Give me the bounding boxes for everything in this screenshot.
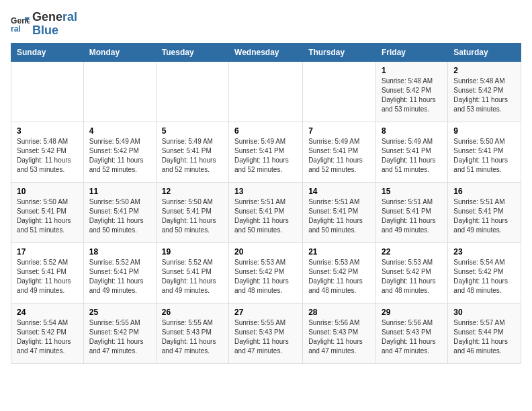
day-info: Sunrise: 5:56 AM Sunset: 5:43 PM Dayligh… <box>308 318 370 356</box>
day-info: Sunrise: 5:48 AM Sunset: 5:42 PM Dayligh… <box>453 77 515 114</box>
calendar-cell: 16Sunrise: 5:51 AM Sunset: 5:41 PM Dayli… <box>448 182 521 242</box>
calendar-cell: 27Sunrise: 5:55 AM Sunset: 5:43 PM Dayli… <box>229 303 303 363</box>
day-number: 23 <box>453 247 515 257</box>
day-number: 10 <box>17 187 78 196</box>
calendar-cell <box>83 61 156 122</box>
day-info: Sunrise: 5:49 AM Sunset: 5:41 PM Dayligh… <box>234 137 297 175</box>
day-number: 18 <box>89 247 150 257</box>
day-info: Sunrise: 5:50 AM Sunset: 5:41 PM Dayligh… <box>453 137 515 175</box>
day-number: 21 <box>308 247 370 257</box>
day-info: Sunrise: 5:49 AM Sunset: 5:41 PM Dayligh… <box>162 137 223 175</box>
day-info: Sunrise: 5:51 AM Sunset: 5:41 PM Dayligh… <box>382 197 442 235</box>
header-wednesday: Wednesday <box>229 43 303 61</box>
day-number: 1 <box>382 66 442 75</box>
calendar-cell: 24Sunrise: 5:54 AM Sunset: 5:42 PM Dayli… <box>11 303 84 363</box>
day-info: Sunrise: 5:53 AM Sunset: 5:42 PM Dayligh… <box>382 258 442 295</box>
day-number: 20 <box>234 247 297 257</box>
svg-text:ral: ral <box>11 24 21 34</box>
day-number: 9 <box>453 126 515 136</box>
header-thursday: Thursday <box>303 43 376 61</box>
day-number: 7 <box>308 126 370 136</box>
day-info: Sunrise: 5:53 AM Sunset: 5:42 PM Dayligh… <box>308 258 370 295</box>
weekday-header-row: SundayMondayTuesdayWednesdayThursdayFrid… <box>11 43 521 61</box>
day-info: Sunrise: 5:55 AM Sunset: 5:43 PM Dayligh… <box>162 318 223 356</box>
day-info: Sunrise: 5:54 AM Sunset: 5:42 PM Dayligh… <box>453 258 515 295</box>
calendar-cell: 14Sunrise: 5:51 AM Sunset: 5:41 PM Dayli… <box>303 182 376 242</box>
calendar-cell: 17Sunrise: 5:52 AM Sunset: 5:41 PM Dayli… <box>11 242 84 303</box>
day-info: Sunrise: 5:51 AM Sunset: 5:41 PM Dayligh… <box>234 197 297 235</box>
week-row-5: 24Sunrise: 5:54 AM Sunset: 5:42 PM Dayli… <box>11 303 521 363</box>
header-tuesday: Tuesday <box>156 43 228 61</box>
day-number: 2 <box>453 66 515 75</box>
calendar-cell: 23Sunrise: 5:54 AM Sunset: 5:42 PM Dayli… <box>448 242 521 303</box>
calendar-cell: 12Sunrise: 5:50 AM Sunset: 5:41 PM Dayli… <box>156 182 228 242</box>
calendar-cell: 29Sunrise: 5:56 AM Sunset: 5:43 PM Dayli… <box>375 303 447 363</box>
day-number: 4 <box>89 126 150 136</box>
day-info: Sunrise: 5:49 AM Sunset: 5:41 PM Dayligh… <box>308 137 370 175</box>
calendar-cell: 2Sunrise: 5:48 AM Sunset: 5:42 PM Daylig… <box>448 61 521 122</box>
calendar-cell: 7Sunrise: 5:49 AM Sunset: 5:41 PM Daylig… <box>303 122 376 182</box>
calendar-cell: 6Sunrise: 5:49 AM Sunset: 5:41 PM Daylig… <box>229 122 303 182</box>
week-row-2: 3Sunrise: 5:48 AM Sunset: 5:42 PM Daylig… <box>11 122 521 182</box>
day-number: 24 <box>17 308 78 317</box>
calendar-cell: 10Sunrise: 5:50 AM Sunset: 5:41 PM Dayli… <box>11 182 84 242</box>
week-row-1: 1Sunrise: 5:48 AM Sunset: 5:42 PM Daylig… <box>11 61 521 122</box>
day-number: 3 <box>17 126 78 136</box>
day-info: Sunrise: 5:53 AM Sunset: 5:42 PM Dayligh… <box>234 258 297 295</box>
day-number: 5 <box>162 126 223 136</box>
day-number: 13 <box>234 187 297 196</box>
calendar-cell <box>229 61 303 122</box>
calendar-cell: 21Sunrise: 5:53 AM Sunset: 5:42 PM Dayli… <box>303 242 376 303</box>
day-info: Sunrise: 5:55 AM Sunset: 5:43 PM Dayligh… <box>234 318 297 356</box>
logo-icon: Gene ral <box>11 15 30 34</box>
calendar-cell <box>156 61 228 122</box>
calendar-cell <box>303 61 376 122</box>
day-number: 15 <box>382 187 442 196</box>
day-info: Sunrise: 5:52 AM Sunset: 5:41 PM Dayligh… <box>89 258 150 295</box>
day-number: 28 <box>308 308 370 317</box>
calendar-cell: 13Sunrise: 5:51 AM Sunset: 5:41 PM Dayli… <box>229 182 303 242</box>
day-info: Sunrise: 5:50 AM Sunset: 5:41 PM Dayligh… <box>89 197 150 235</box>
day-number: 17 <box>17 247 78 257</box>
day-number: 11 <box>89 187 150 196</box>
day-number: 27 <box>234 308 297 317</box>
calendar-cell: 11Sunrise: 5:50 AM Sunset: 5:41 PM Dayli… <box>83 182 156 242</box>
calendar-cell: 18Sunrise: 5:52 AM Sunset: 5:41 PM Dayli… <box>83 242 156 303</box>
calendar-table: SundayMondayTuesdayWednesdayThursdayFrid… <box>11 43 521 364</box>
calendar-cell: 1Sunrise: 5:48 AM Sunset: 5:42 PM Daylig… <box>375 61 447 122</box>
logo-text: GeneralBlue <box>32 11 77 38</box>
week-row-3: 10Sunrise: 5:50 AM Sunset: 5:41 PM Dayli… <box>11 182 521 242</box>
day-number: 30 <box>453 308 515 317</box>
day-info: Sunrise: 5:49 AM Sunset: 5:42 PM Dayligh… <box>89 137 150 175</box>
calendar-cell: 4Sunrise: 5:49 AM Sunset: 5:42 PM Daylig… <box>83 122 156 182</box>
calendar-cell: 30Sunrise: 5:57 AM Sunset: 5:44 PM Dayli… <box>448 303 521 363</box>
calendar-cell: 8Sunrise: 5:49 AM Sunset: 5:41 PM Daylig… <box>375 122 447 182</box>
day-info: Sunrise: 5:57 AM Sunset: 5:44 PM Dayligh… <box>453 318 515 356</box>
day-info: Sunrise: 5:51 AM Sunset: 5:41 PM Dayligh… <box>453 197 515 235</box>
logo: Gene ral GeneralBlue <box>11 11 77 38</box>
day-number: 14 <box>308 187 370 196</box>
day-number: 19 <box>162 247 223 257</box>
day-info: Sunrise: 5:54 AM Sunset: 5:42 PM Dayligh… <box>17 318 78 356</box>
day-number: 16 <box>453 187 515 196</box>
calendar-cell: 19Sunrise: 5:52 AM Sunset: 5:41 PM Dayli… <box>156 242 228 303</box>
day-number: 22 <box>382 247 442 257</box>
calendar-cell: 20Sunrise: 5:53 AM Sunset: 5:42 PM Dayli… <box>229 242 303 303</box>
calendar-cell: 3Sunrise: 5:48 AM Sunset: 5:42 PM Daylig… <box>11 122 84 182</box>
calendar-cell: 22Sunrise: 5:53 AM Sunset: 5:42 PM Dayli… <box>375 242 447 303</box>
day-info: Sunrise: 5:48 AM Sunset: 5:42 PM Dayligh… <box>17 137 78 175</box>
calendar-cell: 25Sunrise: 5:55 AM Sunset: 5:42 PM Dayli… <box>83 303 156 363</box>
day-number: 29 <box>382 308 442 317</box>
day-info: Sunrise: 5:48 AM Sunset: 5:42 PM Dayligh… <box>382 77 442 114</box>
calendar-cell <box>11 61 84 122</box>
day-number: 26 <box>162 308 223 317</box>
day-info: Sunrise: 5:50 AM Sunset: 5:41 PM Dayligh… <box>17 197 78 235</box>
calendar-cell: 26Sunrise: 5:55 AM Sunset: 5:43 PM Dayli… <box>156 303 228 363</box>
page-header: Gene ral GeneralBlue <box>11 11 521 38</box>
day-number: 12 <box>162 187 223 196</box>
day-info: Sunrise: 5:49 AM Sunset: 5:41 PM Dayligh… <box>382 137 442 175</box>
week-row-4: 17Sunrise: 5:52 AM Sunset: 5:41 PM Dayli… <box>11 242 521 303</box>
header-saturday: Saturday <box>448 43 521 61</box>
day-info: Sunrise: 5:56 AM Sunset: 5:43 PM Dayligh… <box>382 318 442 356</box>
day-info: Sunrise: 5:52 AM Sunset: 5:41 PM Dayligh… <box>162 258 223 295</box>
